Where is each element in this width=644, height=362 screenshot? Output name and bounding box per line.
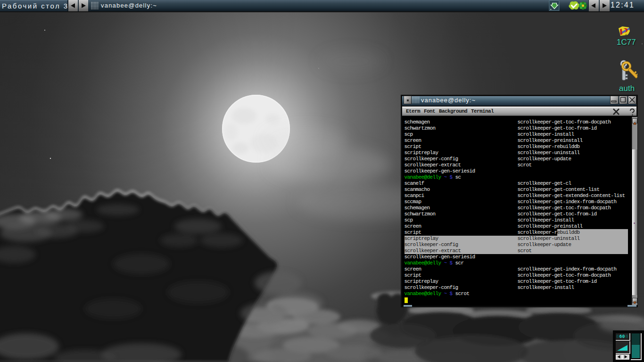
svg-text:07: 07	[625, 33, 629, 37]
svg-text:60: 60	[619, 334, 625, 339]
svg-text:8: 8	[616, 334, 619, 339]
svg-text:8: 8	[626, 334, 628, 339]
